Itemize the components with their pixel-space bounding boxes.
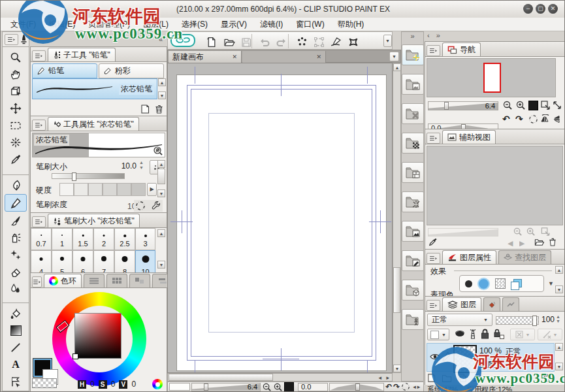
redo-button[interactable] xyxy=(271,34,292,50)
hardness-segment-5[interactable] xyxy=(117,183,131,196)
size-cell-5[interactable]: 5 xyxy=(52,250,73,272)
scroll-down-icon[interactable]: ▼ xyxy=(393,365,401,372)
intermediate-color-tab[interactable] xyxy=(129,274,150,287)
scroll-down-icon[interactable]: ▼ xyxy=(555,363,563,370)
material-folder-frame-template[interactable] xyxy=(402,162,424,183)
size-cell-7[interactable]: 7 xyxy=(93,250,114,272)
nav-rotate-cw-button[interactable]: ↷ xyxy=(515,114,523,124)
menu-window[interactable]: 窗口(W) xyxy=(290,18,330,31)
nav-zoom-out-button[interactable] xyxy=(502,100,513,110)
nav-rotate-ccw-button[interactable]: ↶ xyxy=(502,114,510,124)
color-wheel-tab[interactable]: 色环 xyxy=(44,274,82,287)
transfer-layer-button[interactable] xyxy=(457,373,467,383)
tool-eyedropper[interactable] xyxy=(5,151,26,167)
layer-property-menu-button[interactable] xyxy=(427,253,440,264)
tool-eraser[interactable] xyxy=(5,263,26,280)
layer-panel-menu-button[interactable] xyxy=(427,300,440,311)
color-slider-tab[interactable] xyxy=(84,274,105,287)
menu-filter[interactable]: 滤镜(I) xyxy=(254,18,289,31)
subview-tab[interactable]: 辅助视图 xyxy=(442,130,496,144)
scroll-down-icon[interactable]: ▼ xyxy=(555,286,563,293)
opacity-slider[interactable] xyxy=(496,316,539,325)
search-layer-tab[interactable]: 查找图层 xyxy=(498,250,551,264)
subview-preview-area[interactable] xyxy=(427,146,563,225)
subtool-tab-pastel[interactable]: 粉彩 xyxy=(99,63,164,78)
tab-close-icon[interactable]: ✕ xyxy=(316,54,321,60)
delete-layer-button[interactable] xyxy=(542,373,551,383)
brush-size-scrollbar[interactable]: ▲ ▼ xyxy=(157,229,166,270)
size-cell-0-7[interactable]: 0.7 xyxy=(31,228,52,250)
size-cell-1[interactable]: 1 xyxy=(52,228,73,250)
nav-100-button[interactable] xyxy=(528,101,538,110)
lock-layer-button[interactable] xyxy=(480,328,490,340)
hardness-segment-1[interactable] xyxy=(59,183,74,196)
navigator-menu-button[interactable] xyxy=(427,45,440,56)
nav-fit-button[interactable] xyxy=(540,100,551,110)
layer-row-selected[interactable]: 100 % 正常 图层 1 xyxy=(427,343,555,372)
brush-detail-button[interactable] xyxy=(153,146,163,156)
subtool-panel-menu-button[interactable] xyxy=(32,50,46,61)
minimize-button[interactable]: – xyxy=(523,4,533,14)
scroll-up-icon[interactable]: ▲ xyxy=(158,78,166,86)
stepper-up-icon[interactable]: ▲ xyxy=(556,314,560,319)
menu-page-manage[interactable]: 页面管理(P) xyxy=(82,18,136,31)
scroll-right-icon[interactable]: ▸ xyxy=(386,375,389,381)
scroll-up-icon[interactable]: ▲ xyxy=(555,343,563,351)
draft-layer-button[interactable] xyxy=(454,329,466,340)
stepper-up-icon[interactable]: ▲ xyxy=(139,160,144,165)
subview-zoom-in-button[interactable] xyxy=(526,227,536,237)
material-folder-tone[interactable] xyxy=(402,133,424,154)
stepper-down-icon[interactable]: ▼ xyxy=(556,319,560,323)
size-cell-2[interactable]: 2 xyxy=(93,228,114,250)
canvas-vscrollbar[interactable]: ▲ ▼ xyxy=(393,63,401,373)
tool-blend[interactable] xyxy=(5,280,26,297)
size-cell-1-5[interactable]: 1.5 xyxy=(73,228,93,250)
expand-right-panels-button[interactable]: » xyxy=(436,31,440,41)
color-mode-button[interactable] xyxy=(152,379,163,389)
tab-list-button[interactable]: ▼ xyxy=(389,52,399,61)
tool-marquee[interactable] xyxy=(5,117,26,133)
nav-flip-vertical-button[interactable] xyxy=(552,114,562,124)
tool-settings-button[interactable] xyxy=(151,201,161,211)
subtool-list-scrollbar[interactable]: ▲ ▼ xyxy=(158,78,167,99)
tab-close-icon[interactable]: ✕ xyxy=(232,54,237,60)
subview-fit-button[interactable] xyxy=(540,227,551,237)
material-folder-image[interactable] xyxy=(402,221,424,242)
hardness-segment-2[interactable] xyxy=(74,183,88,196)
nav-zoom-in-button[interactable] xyxy=(515,100,526,110)
scroll-up-icon[interactable]: ▲ xyxy=(157,229,165,237)
palette-color-button[interactable]: ▼ xyxy=(427,329,449,340)
tool-property-menu-button[interactable] xyxy=(32,120,46,131)
layer-comp-tab[interactable] xyxy=(502,297,519,311)
layer-visibility-toggle[interactable] xyxy=(430,353,440,361)
layer-thumbnail[interactable] xyxy=(453,345,477,373)
color-set-tab[interactable] xyxy=(106,274,127,287)
tool-fill[interactable] xyxy=(5,305,26,321)
scroll-up-icon[interactable]: ▲ xyxy=(555,266,563,274)
hardness-segment-3[interactable] xyxy=(88,183,103,196)
brush-size-panel-menu-button[interactable] xyxy=(32,216,46,227)
status-prev-icon[interactable]: ◂ xyxy=(413,384,416,390)
reset-all-settings-button[interactable] xyxy=(135,201,146,211)
nav-reset-rotation-button[interactable] xyxy=(528,114,538,124)
subview-open-button[interactable] xyxy=(534,237,545,247)
sv-square[interactable] xyxy=(74,313,121,359)
size-cell-6[interactable]: 6 xyxy=(73,250,93,272)
size-cell-2-5[interactable]: 2.5 xyxy=(114,228,135,250)
maximize-button[interactable]: ▢ xyxy=(536,4,545,14)
canvas-zoom-slider[interactable]: 6.4 xyxy=(191,383,261,391)
canvas-viewport[interactable] xyxy=(167,63,393,373)
tool-figure[interactable] xyxy=(5,339,26,355)
symmetry-snap-button[interactable] xyxy=(343,34,364,50)
hardness-more-button[interactable]: ▶ xyxy=(147,183,157,196)
close-button[interactable]: ✕ xyxy=(548,4,558,14)
tool-auto-select[interactable] xyxy=(5,134,26,150)
material-strip-expand-button[interactable]: » xyxy=(402,32,423,42)
clip-to-layer-button[interactable]: ▼ xyxy=(510,329,535,340)
tool-property-scrollbar[interactable]: ▲ ▼ xyxy=(157,160,166,199)
hardness-segment-6[interactable] xyxy=(131,183,146,196)
layer-panel-tab[interactable]: 图层 xyxy=(442,297,481,311)
menu-edit[interactable]: 编辑(E) xyxy=(43,18,81,31)
canvas-zoom-out-button[interactable] xyxy=(262,382,272,392)
material-folder-3d-object[interactable] xyxy=(402,280,424,301)
